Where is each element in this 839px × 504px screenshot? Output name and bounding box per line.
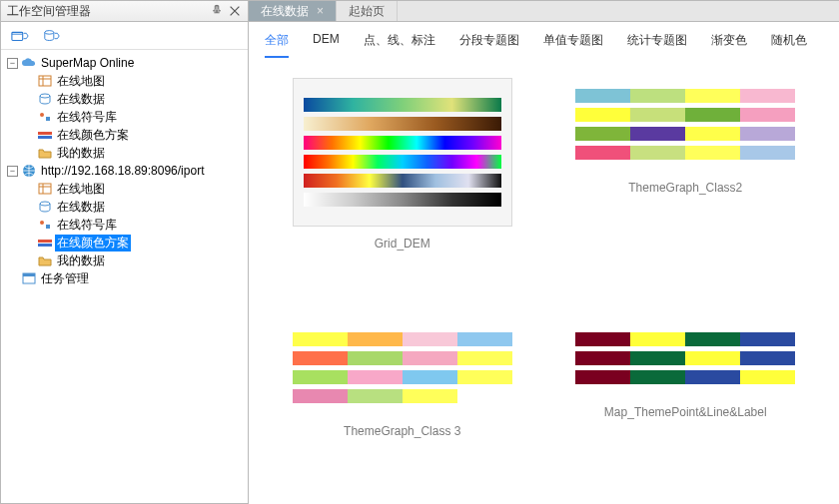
document-tabs: 在线数据 × 起始页 <box>249 0 839 22</box>
tab-online-data[interactable]: 在线数据 × <box>249 1 337 21</box>
palette-icon <box>37 236 53 250</box>
filter-graph-theme[interactable]: 统计专题图 <box>627 32 687 58</box>
tree-node-symbols[interactable]: 在线符号库 <box>3 108 248 126</box>
svg-point-4 <box>40 113 44 117</box>
svg-rect-7 <box>38 136 52 139</box>
close-icon[interactable] <box>228 4 242 18</box>
svg-rect-2 <box>39 76 51 86</box>
palette-gallery: Grid_DEM ThemeGraph_Class2 ThemeGraph_Cl… <box>249 58 839 504</box>
svg-rect-12 <box>46 225 50 229</box>
palette-card-grid-dem[interactable]: Grid_DEM <box>275 78 530 297</box>
svg-rect-6 <box>38 132 52 135</box>
tree-node-supermap-online[interactable]: − SuperMap Online <box>3 54 248 72</box>
cloud-icon <box>21 56 37 70</box>
tree-node-maps[interactable]: 在线地图 <box>3 72 248 90</box>
folder-icon <box>37 253 53 267</box>
filter-range-theme[interactable]: 分段专题图 <box>459 32 519 58</box>
filter-unique-theme[interactable]: 单值专题图 <box>543 32 603 58</box>
collapse-icon[interactable]: − <box>7 58 18 69</box>
folder-link-icon[interactable] <box>11 28 29 44</box>
palette-icon <box>37 128 53 142</box>
svg-point-1 <box>45 30 54 34</box>
globe-icon <box>21 164 37 178</box>
panel-title-text: 工作空间管理器 <box>7 3 91 20</box>
tree-node-data[interactable]: 在线数据 <box>3 198 248 216</box>
tree-node-mydata[interactable]: 我的数据 <box>3 252 248 269</box>
palette-card-theme2[interactable]: ThemeGraph_Class2 <box>558 78 814 297</box>
tab-start-page[interactable]: 起始页 <box>337 1 398 21</box>
svg-rect-5 <box>46 117 50 121</box>
folder-icon <box>37 146 53 160</box>
svg-rect-0 <box>12 32 23 40</box>
symbol-icon <box>37 218 53 232</box>
symbol-icon <box>37 110 53 124</box>
collapse-icon[interactable]: − <box>7 166 18 177</box>
tree-node-colors[interactable]: 在线颜色方案 <box>3 126 248 144</box>
database-icon <box>37 92 53 106</box>
filter-gradient[interactable]: 渐变色 <box>711 32 747 58</box>
tree-node-iportal[interactable]: − http://192.168.18.89:8096/iport <box>3 162 248 180</box>
tree-node-tasks[interactable]: 任务管理 <box>3 269 248 287</box>
svg-rect-16 <box>23 273 35 276</box>
map-icon <box>37 74 53 88</box>
filter-dem[interactable]: DEM <box>313 32 340 58</box>
filter-random[interactable]: 随机色 <box>771 32 807 58</box>
filter-row: 全部 DEM 点、线、标注 分段专题图 单值专题图 统计专题图 渐变色 随机色 <box>249 22 839 58</box>
svg-rect-14 <box>38 244 52 247</box>
database-link-icon[interactable] <box>43 28 61 44</box>
map-icon <box>37 182 53 196</box>
close-icon[interactable]: × <box>317 4 324 18</box>
svg-point-11 <box>40 221 44 225</box>
tree-node-mydata[interactable]: 我的数据 <box>3 144 248 162</box>
workspace-sidebar: − SuperMap Online 在线地图 在线数据 在线符号库 在线颜色方案… <box>0 22 249 504</box>
filter-point-line-label[interactable]: 点、线、标注 <box>364 32 435 58</box>
tree-node-maps[interactable]: 在线地图 <box>3 180 248 198</box>
workspace-tree[interactable]: − SuperMap Online 在线地图 在线数据 在线符号库 在线颜色方案… <box>1 50 248 503</box>
tree-node-symbols[interactable]: 在线符号库 <box>3 216 248 234</box>
workspace-panel-title: 工作空间管理器 <box>0 0 249 22</box>
database-icon <box>37 200 53 214</box>
content-area: 全部 DEM 点、线、标注 分段专题图 单值专题图 统计专题图 渐变色 随机色 … <box>249 22 839 504</box>
tree-node-data[interactable]: 在线数据 <box>3 90 248 108</box>
svg-point-3 <box>40 94 50 98</box>
svg-rect-9 <box>39 184 51 194</box>
tree-node-colors-selected[interactable]: 在线颜色方案 <box>3 234 248 252</box>
task-icon <box>21 271 37 285</box>
sidebar-toolbar <box>1 22 248 50</box>
palette-card-map-pointlinelabel[interactable]: Map_ThemePoint&Line&Label <box>558 321 814 485</box>
palette-card-theme3[interactable]: ThemeGraph_Class 3 <box>275 321 530 485</box>
svg-point-10 <box>40 202 50 206</box>
filter-all[interactable]: 全部 <box>265 32 289 58</box>
svg-rect-13 <box>38 240 52 243</box>
pin-icon[interactable] <box>210 4 224 18</box>
